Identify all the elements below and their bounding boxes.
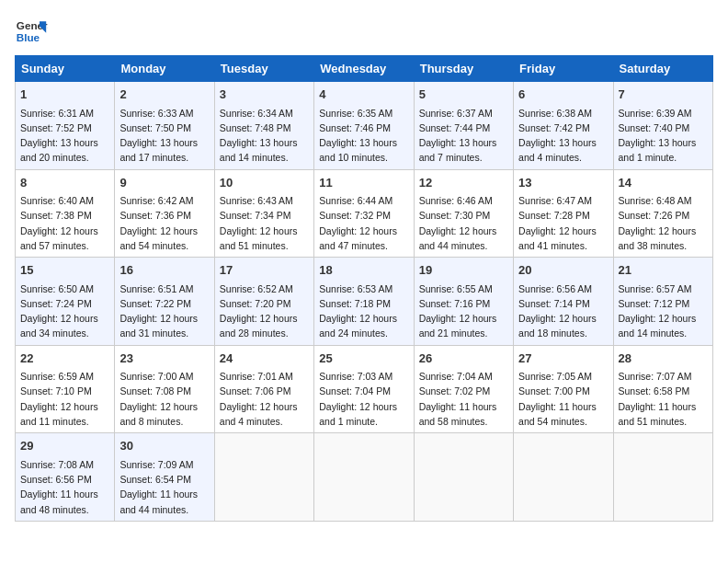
day-info: Sunrise: 7:05 AM Sunset: 7:00 PM Dayligh…: [518, 369, 608, 429]
day-cell: [613, 433, 712, 522]
day-number: 30: [119, 437, 209, 455]
day-number: 24: [220, 350, 309, 368]
day-number: 27: [518, 350, 608, 368]
day-cell: 5Sunrise: 6:37 AM Sunset: 7:44 PM Daylig…: [414, 82, 513, 170]
day-number: 10: [220, 174, 309, 192]
week-row-1: 1Sunrise: 6:31 AM Sunset: 7:52 PM Daylig…: [16, 82, 713, 170]
day-info: Sunrise: 6:33 AM Sunset: 7:50 PM Dayligh…: [119, 106, 209, 166]
day-info: Sunrise: 6:48 AM Sunset: 7:26 PM Dayligh…: [619, 193, 708, 253]
day-number: 17: [220, 261, 309, 280]
day-number: 15: [20, 261, 109, 280]
day-number: 28: [619, 350, 708, 368]
day-number: 21: [619, 261, 708, 280]
day-info: Sunrise: 6:53 AM Sunset: 7:18 PM Dayligh…: [319, 282, 408, 341]
day-cell: 16Sunrise: 6:51 AM Sunset: 7:22 PM Dayli…: [115, 258, 214, 346]
day-cell: 21Sunrise: 6:57 AM Sunset: 7:12 PM Dayli…: [613, 258, 712, 346]
day-number: 19: [419, 261, 508, 280]
day-info: Sunrise: 7:03 AM Sunset: 7:04 PM Dayligh…: [319, 369, 408, 429]
day-info: Sunrise: 7:04 AM Sunset: 7:02 PM Dayligh…: [419, 369, 508, 429]
day-cell: 23Sunrise: 7:00 AM Sunset: 7:08 PM Dayli…: [115, 345, 214, 433]
week-row-5: 29Sunrise: 7:08 AM Sunset: 6:56 PM Dayli…: [16, 433, 713, 522]
day-info: Sunrise: 7:08 AM Sunset: 6:56 PM Dayligh…: [20, 457, 109, 517]
week-row-4: 22Sunrise: 6:59 AM Sunset: 7:10 PM Dayli…: [16, 345, 713, 433]
column-header-thursday: Thursday: [414, 56, 513, 82]
day-info: Sunrise: 6:50 AM Sunset: 7:24 PM Dayligh…: [20, 282, 109, 341]
day-info: Sunrise: 6:51 AM Sunset: 7:22 PM Dayligh…: [119, 282, 209, 341]
day-cell: 27Sunrise: 7:05 AM Sunset: 7:00 PM Dayli…: [514, 345, 613, 433]
day-info: Sunrise: 7:01 AM Sunset: 7:06 PM Dayligh…: [220, 369, 309, 429]
day-number: 29: [20, 437, 109, 455]
day-info: Sunrise: 6:40 AM Sunset: 7:38 PM Dayligh…: [20, 193, 109, 253]
week-row-3: 15Sunrise: 6:50 AM Sunset: 7:24 PM Dayli…: [16, 258, 713, 346]
day-cell: 24Sunrise: 7:01 AM Sunset: 7:06 PM Dayli…: [214, 345, 313, 433]
day-info: Sunrise: 7:00 AM Sunset: 7:08 PM Dayligh…: [119, 369, 209, 429]
column-headers: SundayMondayTuesdayWednesdayThursdayFrid…: [16, 56, 713, 82]
day-cell: 28Sunrise: 7:07 AM Sunset: 6:58 PM Dayli…: [613, 345, 712, 433]
day-info: Sunrise: 6:31 AM Sunset: 7:52 PM Dayligh…: [20, 106, 109, 166]
day-number: 3: [220, 86, 309, 104]
column-header-monday: Monday: [115, 56, 214, 82]
day-cell: 1Sunrise: 6:31 AM Sunset: 7:52 PM Daylig…: [16, 82, 115, 170]
day-cell: 26Sunrise: 7:04 AM Sunset: 7:02 PM Dayli…: [414, 345, 513, 433]
day-cell: 22Sunrise: 6:59 AM Sunset: 7:10 PM Dayli…: [16, 345, 115, 433]
day-cell: 7Sunrise: 6:39 AM Sunset: 7:40 PM Daylig…: [613, 82, 712, 170]
header: General Blue: [15, 15, 713, 48]
day-cell: 14Sunrise: 6:48 AM Sunset: 7:26 PM Dayli…: [613, 169, 712, 258]
day-info: Sunrise: 7:09 AM Sunset: 6:54 PM Dayligh…: [119, 457, 209, 517]
day-cell: 2Sunrise: 6:33 AM Sunset: 7:50 PM Daylig…: [115, 82, 214, 170]
calendar-table: SundayMondayTuesdayWednesdayThursdayFrid…: [15, 55, 713, 522]
day-number: 16: [119, 261, 209, 280]
day-number: 6: [518, 86, 608, 104]
column-header-friday: Friday: [514, 56, 613, 82]
day-number: 4: [319, 86, 408, 104]
day-info: Sunrise: 6:38 AM Sunset: 7:42 PM Dayligh…: [518, 106, 608, 166]
day-number: 18: [319, 261, 408, 280]
day-info: Sunrise: 6:44 AM Sunset: 7:32 PM Dayligh…: [319, 193, 408, 253]
day-cell: 12Sunrise: 6:46 AM Sunset: 7:30 PM Dayli…: [414, 169, 513, 258]
day-info: Sunrise: 6:39 AM Sunset: 7:40 PM Dayligh…: [619, 106, 708, 166]
day-cell: [214, 433, 313, 522]
week-row-2: 8Sunrise: 6:40 AM Sunset: 7:38 PM Daylig…: [16, 169, 713, 258]
day-cell: 30Sunrise: 7:09 AM Sunset: 6:54 PM Dayli…: [115, 433, 214, 522]
day-number: 22: [20, 350, 109, 368]
day-cell: 18Sunrise: 6:53 AM Sunset: 7:18 PM Dayli…: [314, 258, 414, 346]
day-number: 5: [419, 86, 508, 104]
day-number: 9: [119, 174, 209, 192]
day-info: Sunrise: 6:46 AM Sunset: 7:30 PM Dayligh…: [419, 193, 508, 253]
column-header-tuesday: Tuesday: [214, 56, 313, 82]
day-cell: [514, 433, 613, 522]
day-cell: 6Sunrise: 6:38 AM Sunset: 7:42 PM Daylig…: [514, 82, 613, 170]
day-cell: 9Sunrise: 6:42 AM Sunset: 7:36 PM Daylig…: [115, 169, 214, 258]
day-cell: 25Sunrise: 7:03 AM Sunset: 7:04 PM Dayli…: [314, 345, 414, 433]
day-cell: 13Sunrise: 6:47 AM Sunset: 7:28 PM Dayli…: [514, 169, 613, 258]
day-number: 8: [20, 174, 109, 192]
day-info: Sunrise: 6:37 AM Sunset: 7:44 PM Dayligh…: [419, 106, 508, 166]
day-info: Sunrise: 6:56 AM Sunset: 7:14 PM Dayligh…: [518, 282, 608, 341]
day-info: Sunrise: 6:43 AM Sunset: 7:34 PM Dayligh…: [220, 193, 309, 253]
day-cell: [314, 433, 414, 522]
day-info: Sunrise: 6:52 AM Sunset: 7:20 PM Dayligh…: [220, 282, 309, 341]
day-cell: 4Sunrise: 6:35 AM Sunset: 7:46 PM Daylig…: [314, 82, 414, 170]
day-info: Sunrise: 7:07 AM Sunset: 6:58 PM Dayligh…: [619, 369, 708, 429]
day-number: 26: [419, 350, 508, 368]
day-info: Sunrise: 6:57 AM Sunset: 7:12 PM Dayligh…: [619, 282, 708, 341]
day-number: 25: [319, 350, 408, 368]
day-cell: 10Sunrise: 6:43 AM Sunset: 7:34 PM Dayli…: [214, 169, 313, 258]
day-number: 7: [619, 86, 708, 104]
day-info: Sunrise: 6:59 AM Sunset: 7:10 PM Dayligh…: [20, 369, 109, 429]
day-number: 12: [419, 174, 508, 192]
day-cell: 17Sunrise: 6:52 AM Sunset: 7:20 PM Dayli…: [214, 258, 313, 346]
logo-icon: General Blue: [15, 15, 48, 48]
day-number: 2: [119, 86, 209, 104]
day-number: 20: [518, 261, 608, 280]
day-number: 14: [619, 174, 708, 192]
day-info: Sunrise: 6:47 AM Sunset: 7:28 PM Dayligh…: [518, 193, 608, 253]
day-cell: 11Sunrise: 6:44 AM Sunset: 7:32 PM Dayli…: [314, 169, 414, 258]
day-number: 11: [319, 174, 408, 192]
day-cell: 19Sunrise: 6:55 AM Sunset: 7:16 PM Dayli…: [414, 258, 513, 346]
day-cell: 3Sunrise: 6:34 AM Sunset: 7:48 PM Daylig…: [214, 82, 313, 170]
svg-text:Blue: Blue: [17, 31, 40, 43]
day-cell: [414, 433, 513, 522]
day-info: Sunrise: 6:42 AM Sunset: 7:36 PM Dayligh…: [119, 193, 209, 253]
column-header-saturday: Saturday: [613, 56, 712, 82]
